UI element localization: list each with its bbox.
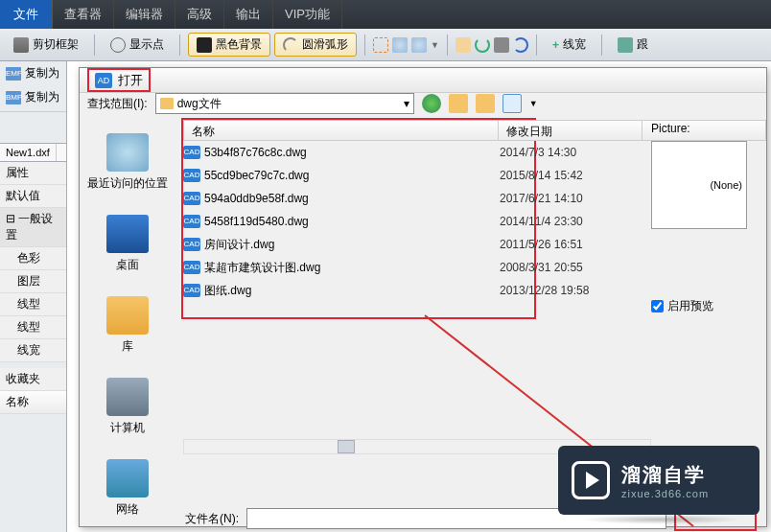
file-name: 594a0ddb9e58f.dwg (204, 192, 500, 205)
menu-vip[interactable]: VIP功能 (273, 0, 342, 29)
file-name: 房间设计.dwg (204, 237, 500, 253)
tree-item-linetype2[interactable]: 线型 (0, 316, 66, 339)
menu-editor[interactable]: 编辑器 (114, 0, 175, 29)
watermark-badge: 溜溜自学 zixue.3d66.com (558, 446, 759, 515)
file-name: 53b4f87c76c8c.dwg (204, 146, 500, 159)
smooth-arc-button[interactable]: 圆滑弧形 (274, 33, 357, 57)
folder-icon (160, 98, 174, 109)
menu-file[interactable]: 文件 (0, 0, 53, 29)
general-settings[interactable]: ⊟ 一般设置 (0, 208, 66, 247)
file-name: 5458f119d5480.dwg (204, 215, 500, 228)
linewidth-label: 线宽 (563, 36, 586, 53)
pan-hand-icon[interactable] (456, 37, 471, 53)
emf-icon: EMF (6, 67, 21, 81)
scrollbar-thumb[interactable] (338, 440, 355, 453)
copy-emf-label: 复制为 (25, 65, 59, 81)
view-menu-icon[interactable] (502, 94, 522, 113)
enable-preview-checkbox[interactable]: 启用预览 (651, 298, 757, 314)
new-folder-icon[interactable] (476, 94, 495, 113)
black-bg-button[interactable]: 黑色背景 (188, 33, 270, 57)
refresh-icon[interactable] (513, 37, 528, 53)
tree-item-color[interactable]: 色彩 (0, 247, 66, 270)
view-dropdown-icon[interactable]: ▼ (529, 99, 538, 108)
place-desktop[interactable]: 桌面 (106, 215, 149, 273)
file-date: 2014/7/3 14:30 (500, 146, 643, 159)
look-in-label: 查找范围(I): (87, 96, 148, 112)
up-folder-icon[interactable] (449, 94, 468, 113)
crop-frame-button[interactable]: 剪切框架 (6, 34, 86, 56)
smootharc-label: 圆滑弧形 (302, 36, 348, 53)
look-in-row: 查找范围(I): dwg文件 ▾ ▼ (80, 93, 766, 114)
enable-preview-input[interactable] (651, 300, 664, 312)
doc-tab[interactable]: New1.dxf (0, 144, 57, 161)
toolbar-divider (536, 35, 537, 56)
dialog-titlebar: AD 打开 (80, 68, 766, 93)
recent-places-icon (106, 133, 149, 172)
default-header[interactable]: 默认值 (0, 185, 66, 208)
rotate-icon[interactable] (475, 37, 490, 53)
copy-as-emf[interactable]: EMF 复制为 (0, 61, 66, 85)
watermark-url: zixue.3d66.com (621, 488, 709, 499)
libraries-icon (106, 296, 149, 335)
cad-file-icon: CAD (183, 284, 200, 297)
menu-viewer[interactable]: 查看器 (53, 0, 114, 29)
toolbar-divider (94, 35, 95, 56)
cad-file-icon: CAD (183, 169, 200, 182)
linewidth-button[interactable]: + 线宽 (545, 34, 594, 56)
cad-file-icon: CAD (183, 215, 200, 228)
computer-icon (106, 378, 149, 416)
zoom-out-icon[interactable] (411, 37, 427, 53)
place-computer[interactable]: 计算机 (106, 378, 149, 436)
follow-label: 跟 (637, 36, 648, 53)
menu-output[interactable]: 输出 (224, 0, 273, 29)
name-column-header: 名称 (0, 391, 66, 414)
preview-box: (None) (651, 141, 747, 229)
doc-tabs: New1.dxf (0, 143, 66, 162)
show-point-button[interactable]: 显示点 (103, 34, 172, 56)
tree-item-layer[interactable]: 图层 (0, 270, 66, 293)
toolbar-divider (179, 35, 180, 56)
marquee-icon[interactable] (373, 37, 388, 53)
menu-advanced[interactable]: 高级 (175, 0, 224, 29)
place-network[interactable]: 网络 (106, 459, 149, 518)
desktop-icon (106, 215, 149, 253)
zoom-in-icon[interactable] (392, 37, 408, 53)
toolbar-dropdown-icon[interactable]: ▼ (431, 40, 439, 50)
cad-file-icon: CAD (183, 146, 200, 159)
watermark-brand: 溜溜自学 (621, 462, 709, 488)
left-panel: EMF 复制为 BMP 复制为 New1.dxf 属性 默认值 ⊟ 一般设置 色… (0, 61, 67, 532)
cad-file-icon: CAD (183, 192, 200, 205)
props-header[interactable]: 属性 (0, 162, 66, 185)
file-date: 2017/6/21 14:10 (500, 192, 643, 205)
tree-item-linewidth[interactable]: 线宽 (0, 339, 66, 362)
toolbar-divider (601, 35, 602, 56)
follow-button[interactable]: 跟 (610, 34, 656, 56)
filename-label: 文件名(N): (185, 511, 239, 527)
file-date: 2013/12/28 19:58 (500, 284, 643, 297)
chevron-down-icon: ▾ (404, 97, 409, 110)
cad-app-icon: AD (95, 73, 112, 88)
black-bg-icon (197, 37, 212, 53)
file-date: 2014/11/4 23:30 (500, 215, 643, 228)
play-icon (572, 461, 610, 499)
follow-icon (618, 37, 633, 53)
preview-none-text: (None) (710, 179, 742, 191)
network-icon (106, 459, 149, 497)
place-recent[interactable]: 最近访问的位置 (87, 133, 168, 192)
copy-as-bmp[interactable]: BMP 复制为 (0, 85, 66, 109)
look-in-dropdown[interactable]: dwg文件 ▾ (155, 93, 414, 114)
cad-file-icon: CAD (183, 238, 200, 251)
file-name: 55cd9bec79c7c.dwg (204, 169, 500, 182)
back-icon[interactable] (422, 94, 441, 113)
mirror-icon[interactable] (494, 37, 509, 53)
favorites-header[interactable]: 收藏夹 (0, 368, 66, 391)
file-name: 图纸.dwg (204, 283, 500, 299)
col-date[interactable]: 修改日期 (499, 121, 642, 140)
file-date: 2008/3/31 20:55 (500, 261, 643, 274)
scissors-icon (13, 37, 29, 53)
dialog-title-text: 打开 (118, 72, 143, 89)
tree-item-linetype[interactable]: 线型 (0, 293, 66, 316)
place-libraries[interactable]: 库 (106, 296, 149, 355)
col-name[interactable]: 名称 (184, 121, 499, 140)
bmp-icon: BMP (6, 91, 21, 104)
